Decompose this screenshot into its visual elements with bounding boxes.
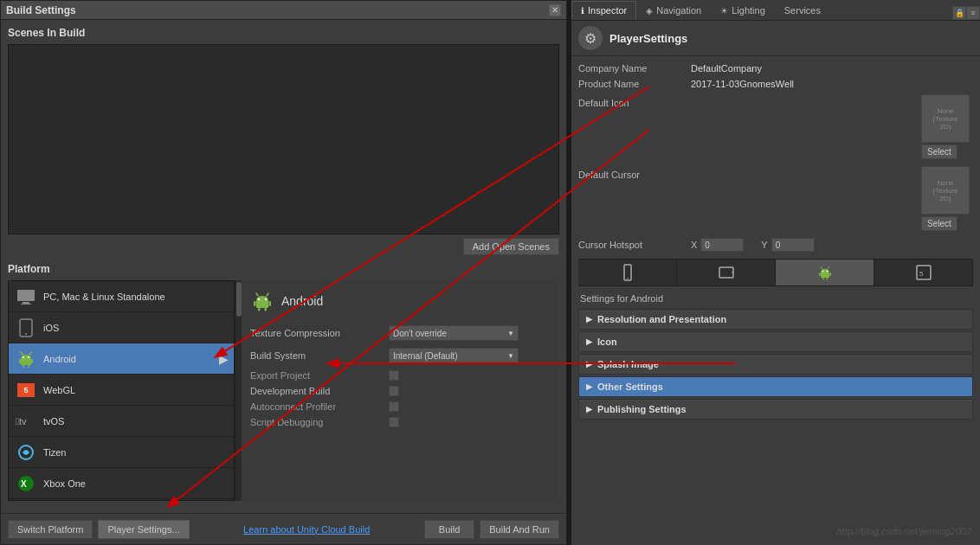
add-open-scenes-row: Add Open Scenes [8,234,559,259]
build-system-row: Build System Internal (Default) ▼ [250,348,551,363]
splash-arrow: ▶ [586,360,592,369]
texture-compression-label: Texture Compression [250,328,389,338]
autoconnect-profiler-checkbox[interactable] [389,401,399,412]
y-input[interactable] [771,238,815,252]
tab-navigation-label: Navigation [656,5,701,16]
platform-item-xboxone[interactable]: X Xbox One [9,468,234,499]
svg-rect-11 [23,365,24,368]
player-settings-body: Company Name DefaultCompany Product Name… [571,56,980,428]
watermark: http://blog.csdn.net/jieming2002 [837,526,971,536]
inspector-lock-button[interactable]: 🔒 [952,6,966,20]
default-icon-label: Default Icon [578,94,691,108]
add-open-scenes-button[interactable]: Add Open Scenes [463,238,559,255]
platform-item-android[interactable]: Android ▶ [9,343,234,375]
platform-details-header: Android [250,289,551,313]
svg-rect-33 [829,272,831,276]
build-and-run-button[interactable]: Build And Run [480,520,559,539]
platform-item-tvos[interactable]: tv tvOS [9,406,234,437]
bottom-right-buttons: Build Build And Run [424,520,559,539]
svg-line-19 [256,293,258,296]
y-label: Y [761,240,767,250]
platform-label-tvos: tvOS [43,416,64,426]
company-name-row: Company Name DefaultCompany [578,63,973,74]
svg-point-17 [258,298,260,300]
cursor-hotspot-row: Cursor Hotspot X Y [578,238,973,252]
autoconnect-profiler-label: Autoconnect Profiler [250,401,389,412]
other-header[interactable]: ▶ Other Settings [579,377,972,396]
platform-tab-android2[interactable] [776,260,874,285]
platform-list: PC, Mac & Linux Standalone iOS [8,280,235,501]
platform-label-ios: iOS [43,323,59,333]
svg-text:tv: tv [16,416,27,426]
tizen-icon [16,442,36,463]
resolution-header[interactable]: ▶ Resolution and Presentation [579,310,972,329]
x-input[interactable] [700,238,744,252]
select-arrow: ▼ [507,330,514,337]
svg-rect-26 [719,267,733,278]
publishing-label: Publishing Settings [597,404,687,414]
scenes-area [8,44,559,234]
switch-platform-button[interactable]: Switch Platform [8,520,93,539]
scenes-in-build-section: Scenes In Build Add Open Scenes [1,20,566,258]
platform-item-standalone[interactable]: PC, Mac & Linux Standalone [9,281,234,312]
product-name-value: 2017-11-03GnomesWell [691,79,973,89]
window-bottom-bar: Switch Platform Player Settings... Learn… [1,513,566,544]
platform-tab-html5[interactable]: 5 [874,260,973,285]
build-system-select[interactable]: Internal (Default) ▼ [389,348,519,363]
platform-tab-tablet[interactable] [677,260,776,285]
svg-rect-22 [269,301,272,306]
default-cursor-row: Default Cursor None(Texture2D) Select [578,166,973,231]
inspector-menu-button[interactable]: ≡ [966,6,980,20]
resolution-label: Resolution and Presentation [597,314,726,324]
default-cursor-label: Default Cursor [578,166,691,180]
svg-rect-0 [17,290,35,301]
svg-text:X: X [21,479,27,489]
svg-rect-10 [31,359,33,363]
texture-compression-select[interactable]: Don't override ▼ [389,325,519,341]
svg-rect-9 [19,359,21,363]
xboxone-icon: X [16,473,36,494]
svg-point-25 [627,278,629,279]
splash-header[interactable]: ▶ Splash Image [579,355,972,374]
svg-rect-34 [822,278,824,280]
platform-item-tizen[interactable]: Tizen [9,437,234,468]
splash-label: Splash Image [597,359,659,369]
tab-services[interactable]: Services [775,1,830,20]
default-cursor-select-button[interactable]: Select [921,216,957,231]
svg-rect-32 [819,272,821,276]
navigation-tab-icon: ◈ [646,6,653,16]
player-settings-button[interactable]: Player Settings... [98,520,189,539]
learn-about-build-link[interactable]: Learn about Unity Cloud Build [243,524,370,535]
platform-item-ios[interactable]: iOS [9,312,234,343]
default-icon-texture: None(Texture2D) [921,94,970,143]
player-settings-title: PlayerSettings [609,32,687,45]
x-label: X [691,240,697,250]
script-debugging-checkbox[interactable] [389,417,399,427]
icon-header[interactable]: ▶ Icon [579,332,972,351]
tab-lighting[interactable]: ☀ Lighting [711,1,775,20]
svg-line-8 [29,352,31,355]
svg-rect-2 [21,304,31,305]
android-icon [16,349,36,369]
platform-label-android: Android [43,354,76,364]
development-build-checkbox[interactable] [389,386,399,396]
platform-item-webgl[interactable]: 5 WebGL [9,375,234,406]
publishing-header[interactable]: ▶ Publishing Settings [579,400,972,419]
settings-for-android-label: Settings for Android [578,293,973,304]
other-arrow: ▶ [586,382,592,391]
export-project-checkbox[interactable] [389,370,399,381]
svg-point-29 [826,271,828,272]
cursor-hotspot-inputs: X Y [691,238,815,252]
tab-inspector[interactable]: ℹ Inspector [571,1,636,20]
window-close-button[interactable]: ✕ [549,4,561,16]
build-button[interactable]: Build [424,520,474,539]
tab-navigation[interactable]: ◈ Navigation [636,1,711,20]
default-icon-select-button[interactable]: Select [921,144,957,159]
script-debugging-label: Script Debugging [250,417,389,427]
bottom-left-buttons: Switch Platform Player Settings... [8,520,190,539]
svg-rect-21 [254,301,256,306]
player-settings-header: ⚙ PlayerSettings [571,21,980,56]
product-name-label: Product Name [578,79,691,89]
platform-scrollbar[interactable] [235,280,242,501]
platform-tab-mobile[interactable] [578,260,677,285]
